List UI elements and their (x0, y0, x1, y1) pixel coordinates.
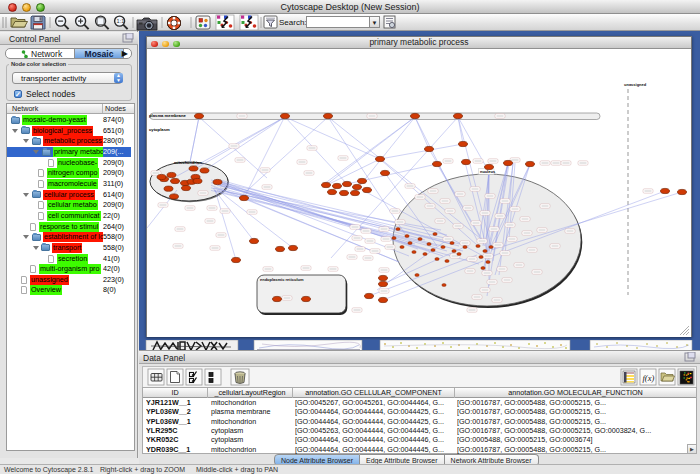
svg-text:1:1: 1:1 (117, 18, 125, 24)
svg-text:unassigned: unassigned (624, 82, 647, 87)
svg-text:nucleus: nucleus (480, 169, 496, 174)
svg-text:endoplasmic reticulum: endoplasmic reticulum (260, 277, 304, 282)
svg-text:plasma membrane: plasma membrane (149, 113, 186, 118)
svg-text:mitochondrion: mitochondrion (174, 160, 203, 165)
svg-text:cytoplasm: cytoplasm (149, 127, 170, 132)
svg-text:f(x): f(x) (643, 373, 655, 383)
